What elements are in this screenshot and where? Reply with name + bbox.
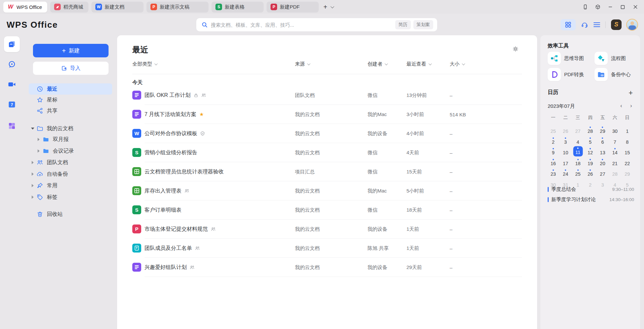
calendar-day[interactable]: 20 xyxy=(596,157,609,167)
calendar-day[interactable]: 28 xyxy=(584,125,596,135)
box-window-button[interactable] xyxy=(595,4,600,10)
app-tab-docer[interactable]: 稻壳商城 xyxy=(50,2,88,13)
rail-item-apps[interactable] xyxy=(4,118,20,134)
calendar-event[interactable]: 季度总结会 9:30–11:00 xyxy=(548,184,634,194)
tool-pdf-convert[interactable]: PDF转换 xyxy=(548,68,584,81)
calendar-day[interactable]: 26 xyxy=(559,125,571,135)
calendar-day[interactable]: 27 xyxy=(572,125,584,135)
new-document-button[interactable]: + 新建 xyxy=(33,44,109,57)
maximize-window-button[interactable] xyxy=(620,4,626,10)
apps-grid-button[interactable] xyxy=(561,19,576,30)
search-tag-resume[interactable]: 简历 xyxy=(395,20,411,29)
sidebar-item-shared[interactable]: 共享 xyxy=(29,105,112,116)
calendar-day[interactable]: 6 xyxy=(596,135,609,146)
filter-source[interactable]: 来源 xyxy=(295,61,309,67)
sidebar-item-meeting-notes[interactable]: 会议记录 xyxy=(29,145,112,157)
filter-creator[interactable]: 创建者 xyxy=(368,61,387,67)
import-button[interactable]: 导入 xyxy=(33,62,109,75)
mobile-window-button[interactable] xyxy=(582,4,588,10)
close-window-button[interactable] xyxy=(632,4,638,10)
calendar-day[interactable]: 29 xyxy=(596,125,609,135)
file-row[interactable]: W公司对外合作协议模板我的云文档我的设备4小时前– xyxy=(117,124,537,143)
sidebar-item-my-cloud-docs[interactable]: 我的云文档 xyxy=(29,123,112,134)
calendar-day[interactable]: 13 xyxy=(596,146,609,157)
caret-right-icon[interactable] xyxy=(29,161,37,164)
file-row[interactable]: 7 月线下活动策划方案★我的云文档我的Mac3小时前514 KB xyxy=(117,105,537,124)
calendar-day[interactable]: 4 xyxy=(572,135,584,146)
sidebar-item-starred[interactable]: 星标 xyxy=(29,94,112,105)
avatar[interactable] xyxy=(626,19,638,31)
app-tab-writer[interactable]: W新建文档 xyxy=(91,2,144,13)
calendar-next-icon[interactable]: › xyxy=(628,103,634,109)
tool-mindmap[interactable]: 思维导图 xyxy=(548,52,584,65)
tool-flowchart[interactable]: 流程图 xyxy=(595,52,626,65)
sidebar-item-frequent[interactable]: 常用 xyxy=(29,180,112,191)
calendar-day[interactable]: 25 xyxy=(572,167,584,178)
sidebar-item-team-docs[interactable]: 团队文档 xyxy=(29,157,112,168)
calendar-day[interactable]: 22 xyxy=(621,157,633,167)
sidebar-item-trash[interactable]: 回收站 xyxy=(29,209,112,220)
calendar-event[interactable]: 新季度学习计划讨论 14:30–16:00 xyxy=(548,194,634,205)
calendar-day[interactable]: 9 xyxy=(547,146,559,157)
minimize-window-button[interactable] xyxy=(607,4,613,10)
calendar-day[interactable]: 8 xyxy=(621,135,633,146)
calendar-day[interactable]: 10 xyxy=(559,146,571,157)
calendar-day[interactable]: 30 xyxy=(609,125,621,135)
settings-gear-icon[interactable] xyxy=(512,46,519,52)
app-tab-wps-home[interactable]: WWPS Office xyxy=(3,2,47,13)
calendar-day-selected[interactable]: 11 xyxy=(572,146,584,157)
file-row[interactable]: 库存出入管理表我的云文档我的Mac5小时前– xyxy=(117,181,537,200)
calendar-day[interactable]: 7 xyxy=(609,135,621,146)
support-headset-icon[interactable] xyxy=(581,21,588,28)
tab-list-chevron-icon[interactable] xyxy=(331,5,334,8)
caret-right-icon[interactable] xyxy=(29,195,37,199)
calendar-day[interactable]: 12 xyxy=(584,146,596,157)
file-row[interactable]: S营销小组业绩分析报告我的云文档微信4天前– xyxy=(117,143,537,162)
rail-item-chat[interactable] xyxy=(4,56,20,72)
calendar-day[interactable]: 28 xyxy=(609,167,621,178)
calendar-day[interactable]: 23 xyxy=(547,167,559,178)
app-tab-presentation[interactable]: P新建演示文稿 xyxy=(146,2,209,13)
calendar-day[interactable]: 29 xyxy=(621,167,633,178)
calendar-day[interactable]: 3 xyxy=(559,135,571,146)
filter-viewed[interactable]: 最近查看 xyxy=(406,61,431,67)
rail-item-docs[interactable] xyxy=(4,36,20,52)
app-tab-spreadsheet[interactable]: S新建表格 xyxy=(211,2,264,13)
filter-size[interactable]: 大小 xyxy=(450,61,464,67)
calendar-day[interactable]: 26 xyxy=(584,167,596,178)
filter-type[interactable]: 全部类型 xyxy=(132,61,157,67)
new-tab-button[interactable]: + xyxy=(323,4,327,10)
calendar-day[interactable]: 14 xyxy=(609,146,621,157)
calendar-add-button[interactable]: + xyxy=(628,89,633,97)
file-row[interactable]: P市场主体登记提交材料规范我的云文档我的设备1天前– xyxy=(117,220,537,239)
rail-item-meeting[interactable] xyxy=(4,76,20,92)
calendar-day[interactable]: 17 xyxy=(559,157,571,167)
tool-backup-center[interactable]: 备份中心 xyxy=(595,68,631,81)
calendar-day[interactable]: 16 xyxy=(547,157,559,167)
calendar-day[interactable]: 19 xyxy=(584,157,596,167)
app-tab-pdf[interactable]: P新建PDF xyxy=(267,2,319,13)
sidebar-item-tags[interactable]: 标签 xyxy=(29,192,112,203)
file-row[interactable]: 团队 OKR 工作计划团队文档微信13分钟前– xyxy=(117,86,537,105)
caret-right-icon[interactable] xyxy=(35,149,43,153)
sidebar-item-recent[interactable]: 最近 xyxy=(29,83,112,95)
caret-right-icon[interactable] xyxy=(35,138,43,141)
calendar-day[interactable]: 24 xyxy=(559,167,571,178)
calendar-day[interactable]: 1 xyxy=(621,125,633,135)
search-input[interactable] xyxy=(211,22,393,28)
caret-right-icon[interactable] xyxy=(29,172,37,176)
calendar-day[interactable]: 27 xyxy=(596,167,609,178)
calendar-day[interactable]: 15 xyxy=(621,146,633,157)
file-row[interactable]: S客户订单明细表我的云文档微信18天前– xyxy=(117,200,537,220)
calendar-day[interactable]: 2 xyxy=(547,135,559,146)
search-bar[interactable]: 简历 策划案 xyxy=(196,18,437,31)
calendar-prev-icon[interactable]: ‹ xyxy=(618,103,624,109)
main-menu-icon[interactable] xyxy=(594,22,600,27)
file-row[interactable]: 云文档管理员信息统计表理器验收项目汇总微信15天前– xyxy=(117,162,537,181)
file-row[interactable]: 兴趣爱好组队计划我的云文档我的设备29天前– xyxy=(117,258,537,277)
sidebar-item-auto-backup[interactable]: 自动备份 xyxy=(29,168,112,180)
calendar-day[interactable]: 18 xyxy=(572,157,584,167)
search-tag-plan[interactable]: 策划案 xyxy=(413,20,434,29)
sidebar-item-bimonthly-report[interactable]: 双月报 xyxy=(29,134,112,145)
caret-down-icon[interactable] xyxy=(29,128,37,130)
